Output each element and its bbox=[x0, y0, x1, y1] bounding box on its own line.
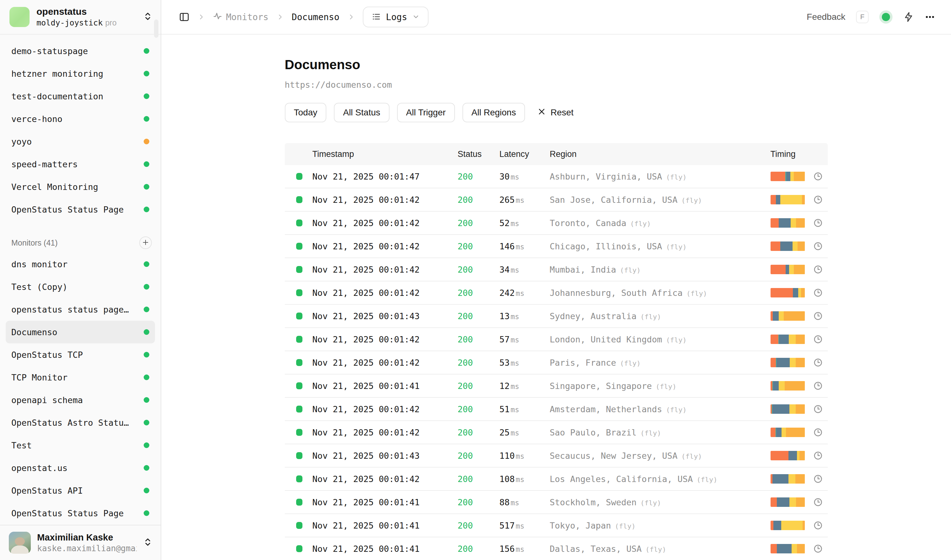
timing-bar[interactable] bbox=[771, 405, 805, 414]
sidebar-item-speed-matters[interactable]: speed-matters bbox=[6, 153, 155, 175]
timing-bar[interactable] bbox=[771, 172, 805, 181]
status-dot bbox=[144, 329, 149, 335]
row-region: Johannesburg, South Africa bbox=[550, 288, 683, 298]
sidebar-item-vercel-monitoring[interactable]: Vercel Monitoring bbox=[6, 175, 155, 198]
latency-unit: ms bbox=[516, 545, 525, 554]
sidebar-item-openstatus-api[interactable]: OpenStatus API bbox=[6, 479, 155, 502]
table-row[interactable]: Nov 21, 2025 00:01:41200517msTokyo, Japa… bbox=[285, 514, 828, 537]
col-timing: Timing bbox=[771, 149, 828, 159]
sidebar-item-documenso[interactable]: Documenso bbox=[6, 321, 155, 343]
row-timestamp: Nov 21, 2025 00:01:42 bbox=[312, 428, 458, 437]
timing-bar[interactable] bbox=[771, 218, 805, 228]
status-dot bbox=[144, 374, 149, 380]
add-monitor-button[interactable] bbox=[139, 237, 152, 249]
sidebar-item-demo-statuspage[interactable]: demo-statuspage bbox=[6, 40, 155, 62]
sidebar-item-openstatus-status-page[interactable]: OpenStatus Status Page bbox=[6, 198, 155, 221]
user-menu[interactable]: Maximilian Kaske kaske.maximilian@gmail… bbox=[0, 525, 161, 560]
more-menu-button[interactable] bbox=[925, 12, 935, 22]
table-row[interactable]: Nov 21, 2025 00:01:4220051msAmsterdam, N… bbox=[285, 398, 828, 421]
table-row[interactable]: Nov 21, 2025 00:01:42200146msChicago, Il… bbox=[285, 235, 828, 258]
timing-bar[interactable] bbox=[771, 358, 805, 367]
sidebar-item-openstatus-tcp[interactable]: OpenStatus TCP bbox=[6, 343, 155, 366]
sidebar-item-test[interactable]: Test bbox=[6, 434, 155, 457]
timing-bar[interactable] bbox=[771, 521, 805, 530]
table-row[interactable]: Nov 21, 2025 00:01:4720030msAshburn, Vir… bbox=[285, 165, 828, 188]
table-row[interactable]: Nov 21, 2025 00:01:4220025msSao Paulo, B… bbox=[285, 421, 828, 444]
sidebar-toggle-button[interactable] bbox=[179, 12, 189, 22]
sidebar-item-label: Documenso bbox=[11, 327, 57, 337]
org-switcher[interactable]: openstatus moldy-joystickpro bbox=[0, 0, 161, 35]
timing-bar[interactable] bbox=[771, 451, 805, 460]
sidebar-item-openstatus-status-page[interactable]: OpenStatus Status Page bbox=[6, 502, 155, 525]
sidebar-item-verce-hono[interactable]: verce-hono bbox=[6, 108, 155, 130]
row-latency: 108 bbox=[500, 474, 515, 484]
row-timestamp: Nov 21, 2025 00:01:41 bbox=[312, 521, 458, 531]
sidebar-item-openstat-us[interactable]: openstat.us bbox=[6, 457, 155, 479]
timing-bar[interactable] bbox=[771, 474, 805, 484]
feedback-button[interactable]: Feedback bbox=[807, 12, 845, 22]
timing-bar[interactable] bbox=[771, 335, 805, 344]
view-selector-logs[interactable]: Logs bbox=[363, 6, 428, 27]
timing-bar[interactable] bbox=[771, 311, 805, 321]
sidebar-nav: demo-statuspagehetzner monitoringtest-do… bbox=[0, 35, 161, 525]
sidebar-item-openstatus-status-page[interactable]: openstatus status page… bbox=[6, 298, 155, 321]
sidebar-item-openstatus-astro-statu[interactable]: OpenStatus Astro Statu… bbox=[6, 411, 155, 434]
filter-status[interactable]: All Status bbox=[334, 103, 389, 122]
timing-bar[interactable] bbox=[771, 544, 805, 554]
table-row[interactable]: Nov 21, 2025 00:01:4320013msSydney, Aust… bbox=[285, 305, 828, 328]
filter-trigger[interactable]: All Trigger bbox=[397, 103, 455, 122]
sidebar-item-label: demo-statuspage bbox=[11, 46, 88, 56]
status-live-dot[interactable] bbox=[882, 13, 890, 21]
row-provider: (fly) bbox=[666, 336, 686, 344]
clock-icon bbox=[813, 497, 823, 507]
table-row[interactable]: Nov 21, 2025 00:01:4120012msSingapore, S… bbox=[285, 374, 828, 398]
table-row[interactable]: Nov 21, 2025 00:01:42200108msLos Angeles… bbox=[285, 468, 828, 491]
reset-filters-button[interactable]: Reset bbox=[538, 108, 573, 118]
timing-bar[interactable] bbox=[771, 497, 805, 507]
status-dot bbox=[144, 93, 149, 99]
sidebar-scrollbar[interactable] bbox=[154, 20, 158, 38]
breadcrumb-monitors[interactable]: Monitors bbox=[213, 11, 268, 23]
row-latency: 52 bbox=[500, 218, 510, 228]
status-indicator bbox=[296, 243, 302, 250]
table-row[interactable]: Nov 21, 2025 00:01:4220057msLondon, Unit… bbox=[285, 328, 828, 351]
filter-date[interactable]: Today bbox=[285, 103, 327, 122]
sidebar-item-yoyo[interactable]: yoyo bbox=[6, 130, 155, 153]
timing-bar[interactable] bbox=[771, 381, 805, 391]
timing-bar[interactable] bbox=[771, 242, 805, 251]
timing-bar[interactable] bbox=[771, 265, 805, 274]
timing-bar[interactable] bbox=[771, 428, 805, 437]
status-indicator bbox=[296, 406, 302, 412]
row-region: Tokyo, Japan bbox=[550, 521, 611, 531]
sidebar-item-dns-monitor[interactable]: dns monitor bbox=[6, 253, 155, 275]
sidebar-item-test-copy[interactable]: Test (Copy) bbox=[6, 275, 155, 298]
latency-unit: ms bbox=[511, 220, 519, 228]
table-row[interactable]: Nov 21, 2025 00:01:42200265msSan Jose, C… bbox=[285, 188, 828, 212]
table-row[interactable]: Nov 21, 2025 00:01:41200156msDallas, Tex… bbox=[285, 537, 828, 560]
row-provider: (fly) bbox=[640, 313, 661, 321]
table-row[interactable]: Nov 21, 2025 00:01:4220053msParis, Franc… bbox=[285, 351, 828, 374]
timing-bar[interactable] bbox=[771, 288, 805, 297]
timing-bar[interactable] bbox=[771, 195, 805, 205]
status-dot bbox=[144, 397, 149, 403]
table-row[interactable]: Nov 21, 2025 00:01:4220052msToronto, Can… bbox=[285, 212, 828, 235]
breadcrumb-page[interactable]: Documenso bbox=[292, 12, 340, 22]
shortcut-key-badge: F bbox=[856, 11, 869, 23]
row-provider: (fly) bbox=[620, 266, 641, 274]
filter-regions[interactable]: All Regions bbox=[462, 103, 525, 122]
zap-icon[interactable] bbox=[903, 12, 914, 22]
sidebar-item-tcp-monitor[interactable]: TCP Monitor bbox=[6, 366, 155, 389]
sidebar-item-label: TCP Monitor bbox=[11, 372, 68, 382]
table-row[interactable]: Nov 21, 2025 00:01:43200110msSecaucus, N… bbox=[285, 444, 828, 468]
status-indicator bbox=[296, 359, 302, 366]
sidebar-item-hetzner-monitoring[interactable]: hetzner monitoring bbox=[6, 62, 155, 85]
sidebar-item-test-documentation[interactable]: test-documentation bbox=[6, 85, 155, 108]
status-dot bbox=[144, 161, 149, 167]
clock-icon bbox=[813, 521, 823, 530]
table-row[interactable]: Nov 21, 2025 00:01:4120088msStockholm, S… bbox=[285, 491, 828, 514]
sidebar-item-openapi-schema[interactable]: openapi schema bbox=[6, 389, 155, 411]
sidebar-item-label: speed-matters bbox=[11, 159, 78, 169]
row-status-code: 200 bbox=[458, 405, 500, 414]
table-row[interactable]: Nov 21, 2025 00:01:4220034msMumbai, Indi… bbox=[285, 258, 828, 282]
table-row[interactable]: Nov 21, 2025 00:01:42200242msJohannesbur… bbox=[285, 282, 828, 305]
